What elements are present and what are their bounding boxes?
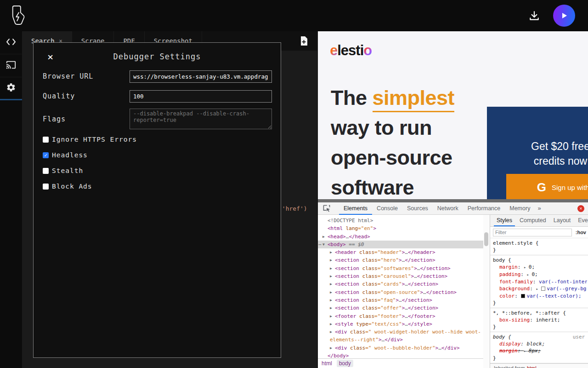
style-rule[interactable]: body {margin: ▸ 0;padding: ▸ 0;font-fami… <box>490 255 588 308</box>
browser-preview-panel: elestio The simplestway to runopen-sourc… <box>317 31 588 368</box>
more-tabs-icon[interactable]: » <box>535 202 543 214</box>
expand-twisty-icon[interactable]: ▶ <box>330 264 335 272</box>
styles-tab-event-listeners[interactable]: Event Listeners <box>575 215 588 226</box>
breadcrumb-body[interactable]: body <box>337 360 353 367</box>
style-property[interactable]: font-family: var(--font-inter <box>493 278 587 285</box>
checkbox-headless[interactable]: ✓Headless <box>43 150 137 160</box>
styles-rules: element.style {}body {margin: ▸ 0;paddin… <box>490 238 588 368</box>
dom-row[interactable]: ▶<div class=" woot--bubble-holder">…</di… <box>318 344 483 352</box>
browser-url-input[interactable] <box>130 70 272 83</box>
color-swatch[interactable] <box>521 294 525 298</box>
dom-row[interactable]: </body> <box>318 352 483 358</box>
expand-twisty-icon[interactable]: ▶ <box>330 272 335 280</box>
styles-tab-styles[interactable]: Styles <box>494 215 515 226</box>
devtools-toolbar: ElementsConsoleSourcesNetworkPerformance… <box>318 202 588 215</box>
browserless-debugger-app: Search×ScrapePDFScreenshot ('href') × De… <box>0 0 588 368</box>
styles-filter-input[interactable] <box>493 229 572 236</box>
devtools-tab-performance[interactable]: Performance <box>463 202 505 215</box>
style-rule[interactable]: body {user agent stylesheetdisplay: bloc… <box>490 332 588 363</box>
checkbox-stealth[interactable]: Stealth <box>43 166 137 175</box>
checkbox-unchecked-icon[interactable] <box>43 184 49 190</box>
code-icon <box>6 38 16 48</box>
sidebar-item-cast[interactable] <box>0 54 22 77</box>
expand-twisty-icon[interactable]: ▼ <box>322 241 328 248</box>
error-badge[interactable]: × <box>577 205 584 212</box>
inherited-target-link[interactable]: html <box>527 365 537 368</box>
page-preview[interactable]: elestio The simplestway to runopen-sourc… <box>318 31 588 199</box>
checkbox-block-ads[interactable]: Block Ads <box>43 182 137 191</box>
color-swatch[interactable] <box>541 287 545 291</box>
flags-input[interactable] <box>130 109 272 129</box>
checkbox-unchecked-icon[interactable] <box>43 168 49 174</box>
expand-twisty-icon[interactable]: ▶ <box>330 328 335 336</box>
checkbox-ignore-https-errors[interactable]: Ignore HTTPS Errors <box>43 135 137 144</box>
style-property[interactable]: display: block; <box>493 340 587 347</box>
inspect-element-icon[interactable] <box>322 204 331 213</box>
dom-row-menu-dots[interactable]: ⋯ <box>318 241 321 248</box>
google-signup-button[interactable]: G Sign up with Google <box>506 174 588 199</box>
dom-tree: <!DOCTYPE html> <html lang="en">▶<head>…… <box>318 215 483 358</box>
hero-text: open-source <box>331 146 452 169</box>
expand-twisty-icon[interactable]: ▶ <box>330 344 335 352</box>
expand-twisty-icon[interactable]: ▶ <box>330 320 335 328</box>
style-rule[interactable]: element.style {} <box>490 238 588 255</box>
devtools-tab-memory[interactable]: Memory <box>505 202 535 215</box>
dom-row[interactable]: ▶<section class="softwares">…</section> <box>318 264 483 272</box>
dom-row[interactable]: ▶<div class=" woot-widget-holder woot--h… <box>318 328 483 344</box>
style-property[interactable]: box-sizing: inherit; <box>493 316 587 323</box>
elements-scrollbar[interactable] <box>483 215 490 368</box>
style-property[interactable]: margin: ▸ 8px; <box>493 347 587 355</box>
dom-row[interactable]: ▶<section class="cards">…</section> <box>318 280 483 288</box>
dom-row[interactable]: ▶<section class="hero">…</section> <box>318 256 483 264</box>
expand-twisty-icon[interactable]: ▶ <box>330 312 335 320</box>
new-tab-icon[interactable] <box>300 36 309 47</box>
expand-twisty-icon[interactable]: ▶ <box>330 288 335 296</box>
dom-row[interactable]: ▶<section class="carousel">…</section> <box>318 272 483 280</box>
dom-row[interactable]: ▶<section class="open-source">…</section… <box>318 288 483 296</box>
devtools-tab-sources[interactable]: Sources <box>402 202 433 215</box>
elestio-logo: elestio <box>330 42 372 59</box>
browserless-hand-logo-icon <box>10 5 28 28</box>
dom-row[interactable]: ▶<section class="offer">…</section> <box>318 304 483 312</box>
hov-toggle[interactable]: :hov <box>576 230 586 235</box>
dom-row[interactable]: ▶<section class="faq">…</section> <box>318 296 483 304</box>
quality-input[interactable] <box>130 90 272 103</box>
dom-row[interactable]: ▶<footer class="footer">…</footer> <box>318 312 483 320</box>
expand-twisty-icon[interactable]: ▶ <box>330 296 335 304</box>
sidebar-item-code[interactable] <box>0 31 22 54</box>
checkbox-label: Stealth <box>52 167 83 174</box>
download-icon[interactable] <box>528 10 540 22</box>
checkbox-unchecked-icon[interactable] <box>43 137 49 143</box>
expand-twisty-icon[interactable]: ▶ <box>330 248 335 256</box>
dom-row[interactable]: ⋯▼<body> == $0 <box>318 241 483 248</box>
quality-label: Quality <box>43 92 75 100</box>
dom-row[interactable]: <!DOCTYPE html> <box>318 217 483 224</box>
styles-tab-layout[interactable]: Layout <box>551 215 574 226</box>
devtools-tab-console[interactable]: Console <box>372 202 402 215</box>
dom-row[interactable]: <html lang="en"> <box>318 224 483 232</box>
expand-twisty-icon[interactable]: ▶ <box>330 256 335 264</box>
scrollbar-thumb[interactable] <box>484 232 488 246</box>
dom-row[interactable]: ▶<style type="text/css">…</style> <box>318 320 483 328</box>
checkbox-checked-icon[interactable]: ✓ <box>43 152 49 158</box>
devtools-tab-elements[interactable]: Elements <box>339 202 372 215</box>
hero-highlight: simplest <box>373 86 455 112</box>
style-property[interactable]: margin: ▸ 0; <box>493 264 587 271</box>
twisty-spacer <box>322 217 328 224</box>
breadcrumb-html[interactable]: html <box>322 360 332 367</box>
styles-pane-tabs: StylesComputedLayoutEvent Listeners <box>490 215 588 227</box>
expand-twisty-icon[interactable]: ▶ <box>322 233 328 241</box>
style-property[interactable]: color: var(--text-color); <box>493 293 587 299</box>
style-rule[interactable]: *, *::before, *::after {box-sizing: inhe… <box>490 308 588 332</box>
expand-twisty-icon[interactable]: ▶ <box>330 304 335 312</box>
style-property[interactable]: background: ▸ var(--grey-bg) <box>493 285 587 293</box>
dom-row[interactable]: ▶<header class="header">…</header> <box>318 248 483 256</box>
dom-row[interactable]: ▶<head>…</head> <box>318 233 483 241</box>
run-button[interactable] <box>553 5 575 27</box>
expand-twisty-icon[interactable]: ▶ <box>330 280 335 288</box>
sidebar-item-settings[interactable] <box>0 77 22 100</box>
google-g-icon: G <box>537 180 546 195</box>
devtools-tab-network[interactable]: Network <box>433 202 463 215</box>
styles-tab-computed[interactable]: Computed <box>517 215 549 226</box>
style-property[interactable]: padding: ▸ 0; <box>493 271 587 278</box>
